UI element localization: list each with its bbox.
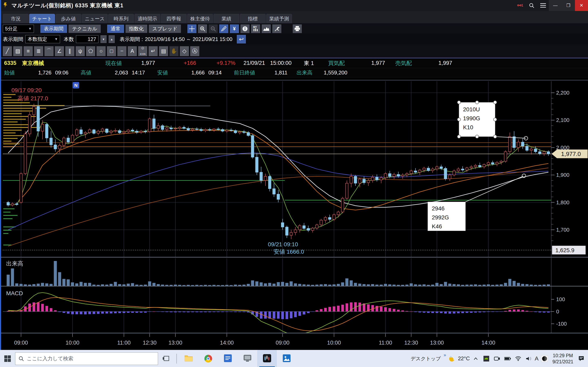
draw-horizontal-lines-3-icon[interactable]: ≡ — [24, 46, 33, 56]
indexed-button[interactable]: 指数化 — [126, 25, 147, 33]
period-mode-dropdown[interactable]: 本数指定▼ — [25, 35, 60, 43]
svg-text:1,800: 1,800 — [556, 200, 570, 206]
ime-indicator-icon[interactable] — [540, 350, 549, 367]
tab-0[interactable]: 市況 — [3, 14, 29, 23]
snipping-tool-icon — [243, 355, 251, 363]
crosshair-button[interactable] — [187, 25, 196, 33]
volume-icon[interactable] — [524, 350, 534, 367]
draw-trendline-icon[interactable]: ╱ — [3, 46, 12, 56]
count-decrement[interactable]: ▼ — [100, 35, 107, 43]
tab-5[interactable]: 適時開示 — [135, 14, 160, 23]
maximize-button[interactable]: ❐ — [562, 0, 575, 11]
draw-hand-icon[interactable]: ✋ — [169, 46, 178, 56]
weather-moon-icon[interactable] — [447, 350, 457, 367]
tab-1[interactable]: チャート — [29, 14, 55, 23]
search-icon[interactable] — [526, 0, 537, 11]
tab-8[interactable]: 業績 — [214, 14, 239, 23]
window-accent-border — [0, 0, 1, 350]
minimize-button[interactable]: — — [549, 0, 562, 11]
desktop-toolbar[interactable]: デスクトップ » — [411, 355, 446, 362]
news-badge[interactable]: N — [73, 82, 79, 89]
draw-parallel-line-icon[interactable]: ▨ — [13, 46, 22, 56]
svg-text:0: 0 — [556, 309, 559, 315]
battery-icon[interactable] — [503, 350, 512, 367]
draw-horizontal-lines-4-icon[interactable]: ≣ — [34, 46, 43, 56]
draw-ellipse-icon[interactable]: ○ — [96, 46, 105, 56]
selection-handle[interactable] — [493, 135, 497, 138]
gpu-tray-icon[interactable] — [482, 350, 491, 367]
price-chart[interactable]: 2,2002,1002,0001,9001,8001,70009:0010:00… — [0, 77, 588, 350]
display-period-button[interactable]: 表示期間 — [40, 25, 67, 33]
draw-horizontal-line-icon[interactable]: − — [117, 46, 126, 56]
settings-wrench-button[interactable] — [272, 25, 281, 33]
zoom-in-button[interactable] — [198, 25, 207, 33]
draw-eraser-text-icon[interactable]: Ⓐ — [190, 46, 199, 56]
tab-4[interactable]: 時系列 — [108, 14, 134, 23]
draw-eraser-icon[interactable]: ◇ — [180, 46, 189, 56]
my-chart-button[interactable]: MY — [251, 25, 260, 33]
mountain-chart-button[interactable] — [262, 25, 271, 33]
draw-vertical-lines-icon[interactable]: ∥ — [65, 46, 74, 56]
overflow-chevrons[interactable]: » — [444, 352, 446, 358]
start-button[interactable] — [0, 350, 15, 367]
spread-button[interactable]: スプレッド — [149, 25, 181, 33]
link-icon[interactable]: ⚯1 — [515, 0, 526, 11]
close-button[interactable]: ✕ — [575, 0, 588, 11]
count-input[interactable]: 127 — [76, 35, 98, 43]
technical-button[interactable]: テクニカル — [69, 25, 101, 33]
taskbar-app-mail[interactable] — [218, 350, 238, 367]
weather-temp[interactable]: 22°C — [458, 355, 470, 362]
selection-handle[interactable] — [476, 101, 479, 104]
camera-tray-icon[interactable] — [492, 350, 502, 367]
wifi-icon[interactable] — [513, 350, 523, 367]
taskbar-app-trading-app[interactable] — [257, 350, 277, 367]
draw-fibonacci-arc-icon[interactable]: ⌒ — [44, 46, 53, 56]
tab-6[interactable]: 四季報 — [161, 14, 187, 23]
volume-value: 1,559,200 — [324, 69, 347, 76]
tab-10[interactable]: 業績予測 — [266, 14, 292, 23]
tab-2[interactable]: 歩み値 — [56, 14, 81, 23]
draw-rectangle-icon[interactable]: □ — [107, 46, 116, 56]
ask-label: 売気配 — [395, 59, 412, 67]
low-time: 09:14 — [208, 69, 222, 76]
svg-text:12:30: 12:30 — [143, 340, 156, 346]
selection-handle[interactable] — [493, 118, 497, 121]
task-view-button[interactable] — [158, 350, 174, 367]
selection-handle[interactable] — [457, 118, 461, 121]
draw-pentagon-icon[interactable]: ⬠ — [86, 46, 95, 56]
draw-fan-line-icon[interactable]: ∠ — [55, 46, 64, 56]
interval-dropdown[interactable]: 5分足▼ — [3, 25, 34, 33]
normal-button[interactable]: 通常 — [107, 25, 124, 33]
action-center-icon[interactable] — [577, 350, 586, 367]
taskbar-search-input[interactable]: ここに入力して検索 — [15, 352, 158, 365]
taskbar-app-chrome[interactable] — [199, 350, 218, 367]
draw-text-icon[interactable]: A — [128, 46, 137, 56]
taskbar-app-photos[interactable] — [277, 350, 296, 367]
zoom-out-button[interactable] — [209, 25, 218, 33]
taskbar-app-snipping-tool[interactable] — [238, 350, 257, 367]
yen-scale-button[interactable]: ¥ — [230, 25, 239, 33]
count-increment[interactable]: ▲ — [109, 35, 115, 43]
period-label: 表示期間 — [3, 36, 23, 43]
print-button[interactable] — [293, 25, 302, 33]
draw-icon-stamp-icon[interactable]: ☺ICON — [138, 46, 147, 56]
selection-handle[interactable] — [476, 135, 479, 138]
draw-pencil-button[interactable] — [219, 25, 228, 33]
ime-mode-letter[interactable]: A — [535, 355, 539, 362]
selection-handle[interactable] — [457, 101, 461, 104]
reset-period-button[interactable]: ↩ — [237, 35, 246, 43]
info-button[interactable] — [241, 25, 250, 33]
tab-7[interactable]: 株主優待 — [187, 14, 213, 23]
draw-pitchfork-icon[interactable]: ψ — [76, 46, 85, 56]
draw-copy-list-icon[interactable]: ▤ — [159, 46, 168, 56]
selection-handle[interactable] — [457, 135, 461, 138]
tab-3[interactable]: ニュース — [82, 14, 108, 23]
draw-pointer-icon[interactable]: ↵ — [149, 46, 158, 56]
menu-icon[interactable] — [537, 0, 549, 11]
taskbar-app-file-explorer[interactable] — [179, 350, 199, 367]
selection-handle[interactable] — [493, 101, 497, 104]
prev-close: 1,811 — [274, 69, 287, 76]
tray-expand-chevron[interactable] — [471, 350, 480, 367]
tab-9[interactable]: 指標 — [240, 14, 266, 23]
taskbar-clock[interactable]: 10:29 PM 9/21/2021 — [550, 352, 575, 365]
